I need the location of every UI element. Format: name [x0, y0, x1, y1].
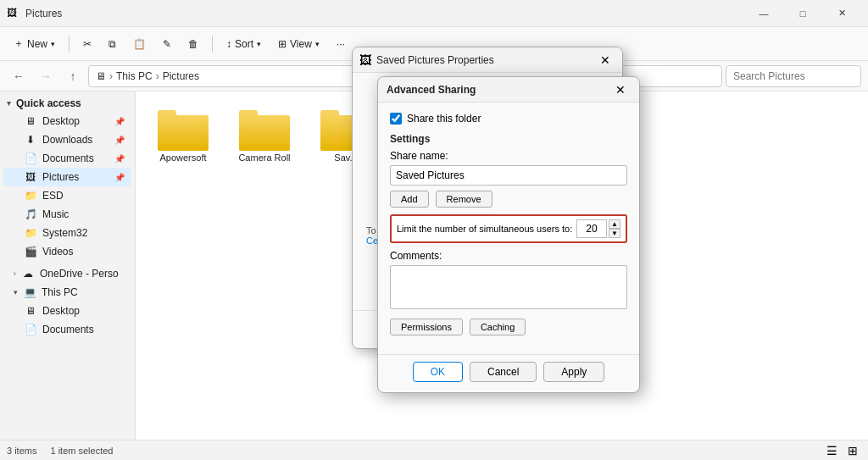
- share-folder-label: Share this folder: [407, 113, 481, 125]
- window-title: Pictures: [25, 8, 744, 19]
- video-icon: 🎬: [24, 245, 37, 258]
- pin-icon: 📌: [114, 117, 125, 126]
- details-view-button[interactable]: ☰: [823, 442, 841, 459]
- adv-cancel-button[interactable]: Cancel: [470, 362, 537, 382]
- tiles-view-button[interactable]: ⊞: [844, 442, 861, 459]
- new-icon: ＋: [14, 36, 24, 51]
- search-input[interactable]: [726, 65, 861, 87]
- folder-icon: 📁: [24, 226, 37, 240]
- pictures-icon: 🖼: [24, 170, 37, 184]
- breadcrumb-root-icon: 🖥: [96, 70, 106, 82]
- sidebar-item-desktop[interactable]: 🖥 Desktop 📌: [3, 112, 131, 130]
- document-icon: 📄: [24, 323, 37, 336]
- sidebar-item-downloads[interactable]: ⬇ Downloads 📌: [3, 130, 131, 149]
- sidebar-item-thispc[interactable]: ▾ 💻 This PC: [3, 283, 131, 302]
- selected-count: 1 item selected: [50, 446, 113, 456]
- adv-dialog-title: Advanced Sharing: [387, 84, 610, 96]
- sidebar-item-label: System32: [42, 227, 87, 239]
- rename-button[interactable]: ✎: [156, 35, 178, 53]
- sidebar: ▾ Quick access 🖥 Desktop 📌 ⬇ Downloads 📌…: [0, 91, 136, 440]
- sidebar-item-label: Music: [42, 208, 69, 220]
- delete-button[interactable]: 🗑: [181, 35, 205, 53]
- sidebar-item-music[interactable]: 🎵 Music: [3, 205, 131, 224]
- file-item-camera-roll[interactable]: Camera Roll: [231, 105, 298, 166]
- document-icon: 📄: [24, 152, 37, 165]
- chevron-view-icon: ▾: [315, 40, 320, 48]
- quick-access-label: Quick access: [16, 97, 81, 109]
- item-count: 3 items: [7, 446, 36, 456]
- sidebar-item-documents[interactable]: 📄 Documents 📌: [3, 149, 131, 168]
- sidebar-item-label: ESD: [42, 190, 64, 202]
- sidebar-item-label: This PC: [42, 286, 78, 298]
- copy-button[interactable]: ⧉: [102, 35, 123, 53]
- dialog-title: Saved Pictures Properties: [376, 54, 595, 66]
- adv-ok-button[interactable]: OK: [413, 362, 463, 382]
- sort-label: Sort: [235, 38, 253, 50]
- spinner-down-button[interactable]: ▼: [609, 229, 620, 238]
- sidebar-item-system32[interactable]: 📁 System32: [3, 224, 131, 242]
- sort-button[interactable]: ↕ Sort ▾: [220, 35, 268, 53]
- chevron-down-icon: ▾: [14, 288, 18, 297]
- separator2: [212, 36, 213, 53]
- computer-icon: 💻: [23, 285, 36, 299]
- breadcrumb-pictures: Pictures: [163, 70, 199, 82]
- status-bar: 3 items 1 item selected ☰ ⊞: [0, 440, 868, 460]
- quick-access-header[interactable]: ▾ Quick access: [3, 95, 131, 112]
- advanced-sharing-dialog: Advanced Sharing ✕ Share this folder Set…: [377, 76, 640, 393]
- onedrive-icon: ☁: [21, 267, 35, 280]
- file-name: Camera Roll: [238, 152, 290, 163]
- spinner-up-button[interactable]: ▲: [609, 219, 620, 229]
- view-label: View: [290, 38, 312, 50]
- pin-icon: 📌: [114, 173, 125, 182]
- adv-body: Share this folder Settings Share name: A…: [378, 103, 639, 354]
- limit-value-input[interactable]: [576, 219, 607, 238]
- maximize-button[interactable]: □: [783, 0, 822, 27]
- share-name-input[interactable]: [390, 165, 627, 186]
- title-bar: 🖼 Pictures — □ ✕: [0, 0, 868, 27]
- back-button[interactable]: ←: [7, 64, 31, 88]
- sidebar-item-pc-desktop[interactable]: 🖥 Desktop: [3, 302, 131, 320]
- minimize-button[interactable]: —: [744, 0, 783, 27]
- comments-textarea[interactable]: [390, 265, 627, 309]
- advanced-close-button[interactable]: ✕: [610, 80, 631, 100]
- sidebar-item-label: Videos: [42, 246, 73, 258]
- new-button[interactable]: ＋ New ▾: [7, 33, 62, 54]
- sidebar-item-pictures[interactable]: 🖼 Pictures 📌: [3, 168, 131, 186]
- forward-button[interactable]: →: [34, 64, 58, 88]
- caching-button[interactable]: Caching: [470, 319, 526, 335]
- remove-button[interactable]: Remove: [436, 191, 492, 208]
- folder-icon: [239, 108, 290, 151]
- sidebar-item-pc-documents[interactable]: 📄 Documents: [3, 320, 131, 339]
- sidebar-item-label: Desktop: [42, 115, 80, 127]
- share-folder-checkbox[interactable]: [390, 113, 402, 125]
- sidebar-item-videos[interactable]: 🎬 Videos: [3, 242, 131, 261]
- view-button[interactable]: ⊞ View ▾: [271, 35, 326, 53]
- sidebar-item-esd[interactable]: 📁 ESD: [3, 186, 131, 205]
- more-button[interactable]: ···: [330, 35, 352, 53]
- paste-button[interactable]: 📋: [126, 35, 153, 53]
- window-controls: — □ ✕: [744, 0, 861, 27]
- sidebar-item-onedrive[interactable]: › ☁ OneDrive - Perso: [3, 264, 131, 283]
- spinner-buttons: ▲ ▼: [609, 219, 620, 238]
- comments-label: Comments:: [390, 250, 627, 262]
- adv-apply-button[interactable]: Apply: [543, 362, 604, 382]
- permissions-caching-row: Permissions Caching: [390, 319, 627, 335]
- settings-label: Settings: [390, 133, 627, 145]
- new-label: New: [27, 38, 47, 50]
- rename-icon: ✎: [163, 38, 171, 50]
- chevron-down-icon: ▾: [7, 99, 11, 108]
- sort-icon: ↕: [226, 38, 231, 50]
- view-icon: ⊞: [278, 38, 287, 50]
- close-button[interactable]: ✕: [822, 0, 861, 27]
- app-icon: 🖼: [7, 7, 20, 20]
- copy-icon: ⧉: [108, 38, 116, 50]
- separator: [69, 36, 70, 53]
- file-item-apowersoft[interactable]: Apowersoft: [149, 105, 217, 166]
- permissions-button[interactable]: Permissions: [390, 319, 463, 335]
- breadcrumb-this-pc: This PC: [116, 70, 153, 82]
- cut-button[interactable]: ✂: [76, 35, 98, 53]
- up-button[interactable]: ↑: [61, 64, 85, 88]
- properties-close-button[interactable]: ✕: [595, 50, 615, 70]
- add-button[interactable]: Add: [390, 191, 429, 208]
- chevron-right-icon: ›: [14, 269, 16, 278]
